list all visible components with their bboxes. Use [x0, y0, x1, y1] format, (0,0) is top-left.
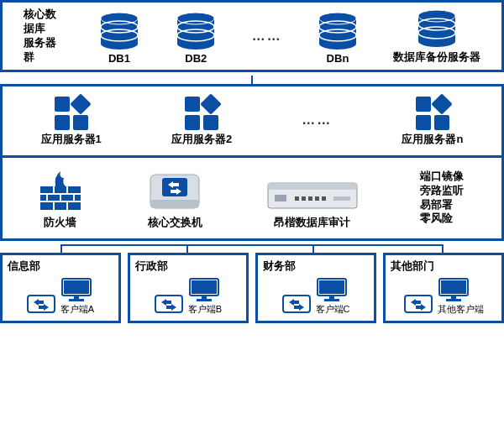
- connector-multi: [0, 244, 504, 253]
- svg-rect-77: [446, 299, 461, 301]
- svg-rect-25: [55, 115, 70, 130]
- ellipsis: ……: [252, 29, 282, 44]
- db-audit: 昂楷数据库审计: [266, 178, 359, 230]
- svg-rect-53: [302, 196, 306, 201]
- dept-other: 其他部门 其他客户端: [383, 253, 504, 323]
- svg-rect-31: [200, 93, 221, 114]
- database-icon: [175, 12, 217, 50]
- app-server-1: 应用服务器1: [41, 93, 102, 147]
- svg-rect-35: [431, 93, 452, 114]
- db2: DB2: [175, 12, 217, 65]
- database-icon: [98, 12, 140, 50]
- svg-rect-28: [185, 97, 200, 112]
- svg-rect-56: [322, 196, 326, 201]
- app-icon: [412, 93, 453, 130]
- svg-rect-52: [295, 196, 299, 201]
- svg-rect-47: [150, 200, 199, 208]
- app-server-2: 应用服务器2: [171, 93, 232, 147]
- dept-admin: 行政部 客户端B: [128, 253, 249, 323]
- db1: DB1: [98, 12, 140, 65]
- audit-device-icon: [266, 178, 359, 213]
- svg-rect-70: [319, 280, 344, 294]
- connector: [0, 76, 504, 84]
- svg-rect-26: [73, 115, 88, 130]
- svg-rect-57: [333, 196, 350, 201]
- firewall: 防火墙: [37, 166, 84, 230]
- svg-rect-48: [162, 178, 187, 196]
- svg-rect-60: [64, 280, 89, 294]
- svg-rect-76: [451, 296, 456, 299]
- dbn: DBn: [317, 12, 359, 65]
- svg-rect-71: [329, 296, 334, 299]
- app-icon: [51, 93, 92, 130]
- svg-rect-32: [416, 97, 431, 112]
- db-backup: 数据库备份服务器: [393, 9, 480, 65]
- svg-rect-66: [202, 296, 207, 299]
- app-server-n: 应用服务器n: [402, 93, 463, 147]
- svg-rect-62: [69, 299, 84, 301]
- svg-rect-34: [434, 115, 449, 130]
- tier-db: 核心数据库 服务器群 DB1 DB2 …… DBn 数据库备份服务器: [0, 0, 504, 72]
- svg-rect-29: [185, 115, 200, 130]
- monitor-icon: [60, 277, 92, 302]
- database-icon: [416, 9, 458, 48]
- svg-rect-30: [203, 115, 218, 130]
- svg-rect-27: [70, 93, 91, 114]
- svg-rect-54: [308, 196, 312, 201]
- svg-rect-50: [268, 183, 357, 190]
- db-group-label: 核心数据库 服务器群: [24, 8, 64, 65]
- svg-rect-33: [416, 115, 431, 130]
- svg-rect-61: [74, 296, 79, 299]
- tier-depts: 信息部 客户端A 行政部 客户端B 财务部 客户端C: [0, 253, 504, 323]
- firewall-icon: [37, 166, 84, 213]
- app-icon: [181, 93, 222, 130]
- svg-rect-75: [441, 280, 466, 294]
- monitor-icon: [438, 277, 470, 302]
- switch-icon: [145, 166, 204, 213]
- mini-switch-icon: [27, 292, 55, 316]
- dept-info: 信息部 客户端A: [0, 253, 121, 323]
- ellipsis: ……: [302, 112, 332, 128]
- svg-rect-65: [192, 280, 217, 294]
- svg-rect-67: [197, 299, 212, 301]
- tier-app-net: 应用服务器1 应用服务器2 …… 应用服务器n: [0, 84, 504, 241]
- svg-rect-55: [315, 196, 319, 201]
- core-switch: 核心交换机: [145, 166, 204, 230]
- monitor-icon: [316, 277, 348, 302]
- svg-rect-51: [275, 195, 286, 201]
- svg-rect-24: [55, 97, 70, 112]
- monitor-icon: [188, 277, 220, 302]
- mini-switch-icon: [282, 292, 311, 316]
- svg-rect-72: [324, 299, 339, 301]
- database-icon: [317, 12, 359, 50]
- mini-switch-icon: [404, 292, 433, 316]
- mini-switch-icon: [155, 292, 183, 316]
- audit-note: 端口镜像 旁路监听 易部署 零风险: [420, 170, 467, 227]
- dept-finance: 财务部 客户端C: [255, 253, 376, 323]
